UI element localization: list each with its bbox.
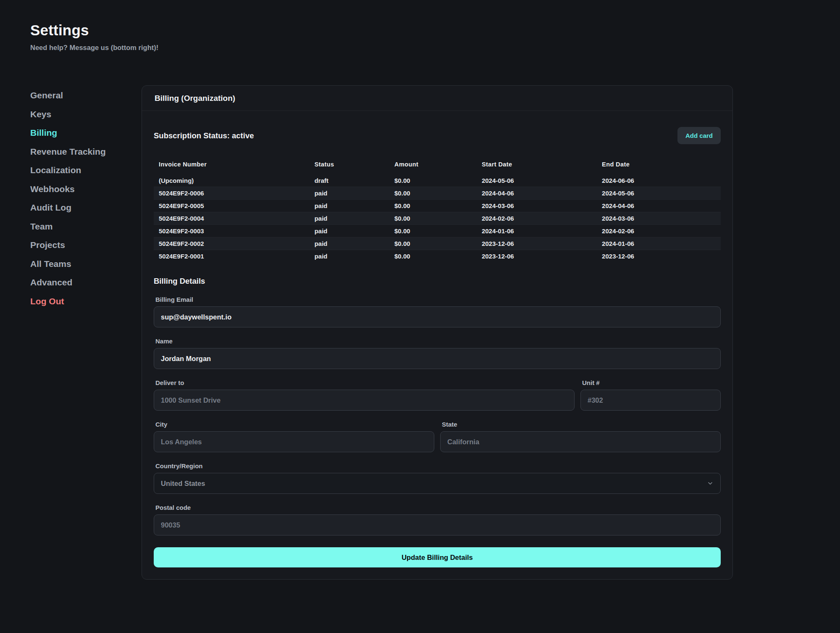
city-field[interactable] [154, 431, 434, 452]
sidebar-item-billing[interactable]: Billing [30, 124, 57, 142]
state-label: State [440, 421, 721, 428]
invoice-amount-cell: $0.00 [394, 225, 481, 237]
city-state-row: City State [154, 421, 721, 452]
invoice-table-header-row: Invoice Number Status Amount Start Date … [154, 158, 721, 174]
column-end-date: End Date [601, 158, 721, 174]
sidebar-item-advanced[interactable]: Advanced [30, 273, 72, 292]
state-field[interactable] [440, 431, 721, 452]
invoice-status-cell: paid [314, 225, 394, 237]
invoice-status-cell: paid [314, 212, 394, 225]
invoice-start-cell: 2024-05-06 [481, 174, 601, 187]
page-title: Settings [30, 22, 733, 39]
billing-email-label: Billing Email [154, 296, 721, 303]
invoice-end-cell: 2024-06-06 [601, 174, 721, 187]
invoice-number-cell: 5024E9F2-0004 [154, 212, 314, 225]
invoice-number-cell: (Upcoming) [154, 174, 314, 187]
sidebar-item-projects[interactable]: Projects [30, 236, 65, 255]
invoice-end-cell: 2024-03-06 [601, 212, 721, 225]
invoice-start-cell: 2024-03-06 [481, 200, 601, 212]
invoice-number-cell: 5024E9F2-0002 [154, 237, 314, 250]
invoice-amount-cell: $0.00 [394, 212, 481, 225]
sidebar-item-all-teams[interactable]: All Teams [30, 255, 71, 274]
sidebar-item-general[interactable]: General [30, 86, 63, 105]
country-label: Country/Region [154, 462, 721, 469]
deliver-to-field[interactable] [154, 390, 575, 411]
invoice-status-cell: paid [314, 187, 394, 200]
invoice-end-cell: 2024-05-06 [601, 187, 721, 200]
invoice-amount-cell: $0.00 [394, 187, 481, 200]
invoice-start-cell: 2024-02-06 [481, 212, 601, 225]
page-subtitle: Need help? Message us (bottom right)! [30, 44, 733, 52]
unit-field[interactable] [580, 390, 721, 411]
city-group: City [154, 421, 434, 452]
sidebar-item-team[interactable]: Team [30, 217, 52, 236]
invoice-row: 5024E9F2-0003 paid $0.00 2024-01-06 2024… [154, 225, 721, 237]
sidebar-item-audit-log[interactable]: Audit Log [30, 198, 71, 217]
unit-group: Unit # [580, 379, 721, 411]
invoice-status-cell: paid [314, 250, 394, 263]
sidebar-item-webhooks[interactable]: Webhooks [30, 180, 75, 199]
subscription-status-row: Subscription Status: active Add card [154, 127, 721, 144]
invoice-row: 5024E9F2-0005 paid $0.00 2024-03-06 2024… [154, 200, 721, 212]
name-group: Name [154, 338, 721, 369]
chevron-down-icon [707, 480, 714, 487]
invoice-start-cell: 2024-04-06 [481, 187, 601, 200]
invoice-status-cell: paid [314, 200, 394, 212]
add-card-button[interactable]: Add card [677, 127, 721, 144]
invoice-start-cell: 2024-01-06 [481, 225, 601, 237]
address-row: Deliver to Unit # [154, 379, 721, 411]
invoice-number-cell: 5024E9F2-0005 [154, 200, 314, 212]
sidebar-item-log-out[interactable]: Log Out [30, 292, 64, 311]
invoice-row: 5024E9F2-0006 paid $0.00 2024-04-06 2024… [154, 187, 721, 200]
settings-page: Settings Need help? Message us (bottom r… [0, 0, 733, 580]
subscription-status: Subscription Status: active [154, 131, 254, 140]
postal-label: Postal code [154, 504, 721, 511]
column-start-date: Start Date [481, 158, 601, 174]
invoice-amount-cell: $0.00 [394, 200, 481, 212]
city-label: City [154, 421, 434, 428]
invoice-number-cell: 5024E9F2-0001 [154, 250, 314, 263]
postal-code-field[interactable] [154, 514, 721, 535]
invoice-end-cell: 2024-01-06 [601, 237, 721, 250]
layout: General Keys Billing Revenue Tracking Lo… [30, 85, 733, 580]
update-billing-details-button[interactable]: Update Billing Details [154, 547, 721, 567]
deliver-to-label: Deliver to [154, 379, 575, 386]
sidebar-item-revenue-tracking[interactable]: Revenue Tracking [30, 142, 106, 161]
column-status: Status [314, 158, 394, 174]
billing-email-group: Billing Email [154, 296, 721, 327]
name-label: Name [154, 338, 721, 345]
column-amount: Amount [394, 158, 481, 174]
country-select-value: United States [161, 480, 205, 488]
invoice-row: 5024E9F2-0004 paid $0.00 2024-02-06 2024… [154, 212, 721, 225]
invoice-amount-cell: $0.00 [394, 174, 481, 187]
sidebar: General Keys Billing Revenue Tracking Lo… [30, 85, 142, 311]
invoice-end-cell: 2024-04-06 [601, 200, 721, 212]
billing-email-field[interactable] [154, 306, 721, 327]
sidebar-item-localization[interactable]: Localization [30, 161, 81, 180]
billing-panel: Billing (Organization) Subscription Stat… [142, 85, 733, 580]
panel-title: Billing (Organization) [142, 86, 732, 111]
unit-label: Unit # [580, 379, 721, 386]
invoice-number-cell: 5024E9F2-0006 [154, 187, 314, 200]
deliver-to-group: Deliver to [154, 379, 575, 411]
panel-body: Subscription Status: active Add card Inv… [142, 111, 732, 579]
column-invoice-number: Invoice Number [154, 158, 314, 174]
postal-group: Postal code [154, 504, 721, 535]
invoice-amount-cell: $0.00 [394, 237, 481, 250]
invoice-row: 5024E9F2-0002 paid $0.00 2023-12-06 2024… [154, 237, 721, 250]
invoice-row: (Upcoming) draft $0.00 2024-05-06 2024-0… [154, 174, 721, 187]
country-select[interactable]: United States [154, 473, 721, 494]
invoice-table: Invoice Number Status Amount Start Date … [154, 158, 721, 262]
invoice-status-cell: draft [314, 174, 394, 187]
invoice-start-cell: 2023-12-06 [481, 250, 601, 263]
invoice-status-cell: paid [314, 237, 394, 250]
invoice-number-cell: 5024E9F2-0003 [154, 225, 314, 237]
invoice-amount-cell: $0.00 [394, 250, 481, 263]
invoice-start-cell: 2023-12-06 [481, 237, 601, 250]
name-field[interactable] [154, 348, 721, 369]
state-group: State [440, 421, 721, 452]
country-group: Country/Region United States [154, 462, 721, 494]
invoice-end-cell: 2023-12-06 [601, 250, 721, 263]
sidebar-item-keys[interactable]: Keys [30, 105, 51, 124]
invoice-end-cell: 2024-02-06 [601, 225, 721, 237]
